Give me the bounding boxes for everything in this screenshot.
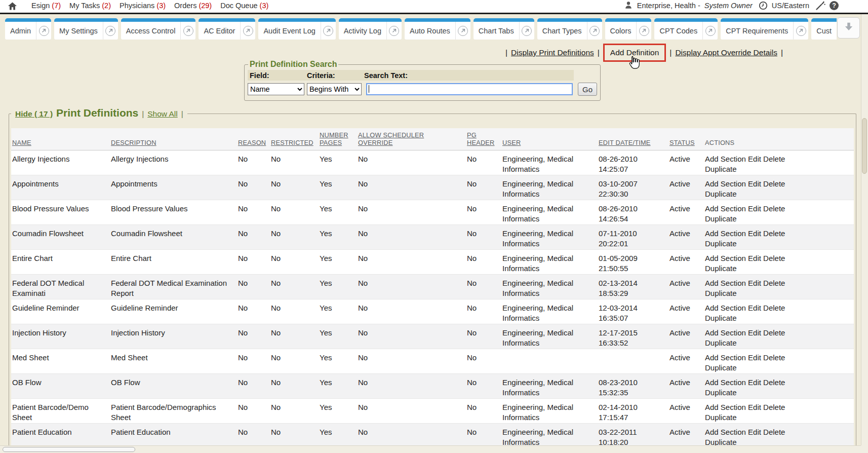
- column-header-edit-datetime[interactable]: EDIT DATE/TIME: [598, 128, 668, 150]
- open-in-new-icon[interactable]: [39, 26, 49, 36]
- action-edit-link[interactable]: Edit: [748, 254, 761, 262]
- action-edit-link[interactable]: Edit: [748, 328, 761, 337]
- action-add-section-link[interactable]: Add Section: [705, 279, 746, 287]
- action-edit-link[interactable]: Edit: [748, 204, 761, 213]
- action-delete-link[interactable]: Delete: [763, 279, 785, 287]
- topbar-nav-item-orders[interactable]: Orders (29): [174, 2, 212, 10]
- action-duplicate-link[interactable]: Duplicate: [705, 388, 737, 397]
- search-text-input[interactable]: [366, 83, 573, 95]
- tab-ac-editor[interactable]: AC Editor: [199, 18, 255, 40]
- action-add-section-link[interactable]: Add Section: [705, 428, 746, 436]
- action-duplicate-link[interactable]: Duplicate: [705, 190, 737, 198]
- action-delete-link[interactable]: Delete: [763, 229, 785, 238]
- column-header-description[interactable]: DESCRIPTION: [110, 128, 237, 150]
- display-appt-override-link[interactable]: Display Appt Override Details: [675, 48, 777, 57]
- action-add-section-link[interactable]: Add Section: [705, 155, 746, 163]
- tab-colors[interactable]: Colors: [605, 18, 652, 40]
- tab-cpt-requirements[interactable]: CPT Requirements: [721, 18, 808, 40]
- topbar-nav-item-doc-queue[interactable]: Doc Queue (3): [220, 2, 268, 10]
- column-header-restricted[interactable]: RESTRICTED: [270, 128, 319, 150]
- action-add-section-link[interactable]: Add Section: [705, 328, 746, 337]
- tab-access-control[interactable]: Access Control: [121, 18, 196, 40]
- open-in-new-icon[interactable]: [389, 26, 399, 36]
- topbar-nav-item-esign[interactable]: Esign (7): [31, 2, 61, 10]
- action-edit-link[interactable]: Edit: [748, 353, 761, 362]
- action-edit-link[interactable]: Edit: [748, 155, 761, 163]
- open-in-new-icon[interactable]: [183, 26, 193, 36]
- action-add-section-link[interactable]: Add Section: [705, 378, 746, 387]
- vertical-scrollbar-thumb[interactable]: [862, 118, 867, 174]
- action-add-section-link[interactable]: Add Section: [705, 403, 746, 411]
- action-add-section-link[interactable]: Add Section: [705, 229, 746, 238]
- column-header-allow-scheduler-override[interactable]: ALLOW SCHEDULEROVERRIDE: [357, 128, 466, 150]
- open-in-new-icon[interactable]: [796, 26, 806, 36]
- topbar-nav-item-physicians[interactable]: Physicians (3): [120, 2, 166, 10]
- action-delete-link[interactable]: Delete: [763, 254, 785, 262]
- action-add-section-link[interactable]: Add Section: [705, 179, 746, 188]
- tab-audit-event-log[interactable]: Audit Event Log: [258, 18, 335, 40]
- column-header-number-pages[interactable]: NUMBERPAGES: [319, 128, 357, 150]
- wand-icon[interactable]: [815, 1, 825, 11]
- open-in-new-icon[interactable]: [323, 26, 333, 36]
- horizontal-scrollbar-thumb[interactable]: [3, 447, 135, 452]
- action-edit-link[interactable]: Edit: [748, 179, 761, 188]
- action-delete-link[interactable]: Delete: [763, 428, 785, 436]
- go-button[interactable]: Go: [578, 83, 597, 96]
- action-edit-link[interactable]: Edit: [748, 378, 761, 387]
- action-delete-link[interactable]: Delete: [763, 304, 785, 312]
- topbar-nav-item-my-tasks[interactable]: My Tasks (2): [69, 2, 111, 10]
- action-duplicate-link[interactable]: Duplicate: [705, 239, 737, 248]
- tab-chart-tabs[interactable]: Chart Tabs: [474, 18, 534, 40]
- help-icon[interactable]: ?: [830, 1, 839, 10]
- column-header-name[interactable]: NAME: [11, 128, 110, 150]
- action-delete-link[interactable]: Delete: [763, 353, 785, 362]
- action-duplicate-link[interactable]: Duplicate: [705, 289, 737, 297]
- action-duplicate-link[interactable]: Duplicate: [705, 438, 737, 446]
- home-icon[interactable]: [7, 1, 18, 11]
- action-edit-link[interactable]: Edit: [748, 279, 761, 287]
- action-add-section-link[interactable]: Add Section: [705, 204, 746, 213]
- tab-overflow-button[interactable]: [837, 17, 860, 39]
- action-edit-link[interactable]: Edit: [748, 229, 761, 238]
- field-select[interactable]: Name: [248, 83, 304, 95]
- action-duplicate-link[interactable]: Duplicate: [705, 264, 737, 273]
- action-delete-link[interactable]: Delete: [763, 179, 785, 188]
- column-header-user[interactable]: USER: [501, 128, 598, 150]
- column-header-pg-header[interactable]: PGHEADER: [466, 128, 501, 150]
- tab-chart-types[interactable]: Chart Types: [537, 18, 602, 40]
- action-delete-link[interactable]: Delete: [763, 328, 785, 337]
- open-in-new-icon[interactable]: [458, 26, 468, 36]
- display-print-definitions-link[interactable]: Display Print Definitions: [511, 48, 594, 57]
- action-add-section-link[interactable]: Add Section: [705, 353, 746, 362]
- tab-admin[interactable]: Admin: [5, 18, 51, 40]
- open-in-new-icon[interactable]: [243, 26, 253, 36]
- column-header-status[interactable]: STATUS: [668, 128, 704, 150]
- action-delete-link[interactable]: Delete: [763, 378, 785, 387]
- hide-link[interactable]: Hide ( 17 ): [15, 109, 53, 119]
- criteria-select[interactable]: Begins With: [307, 83, 362, 95]
- action-duplicate-link[interactable]: Duplicate: [705, 214, 737, 223]
- open-in-new-icon[interactable]: [522, 26, 532, 36]
- tab-my-settings[interactable]: My Settings: [54, 18, 118, 40]
- action-duplicate-link[interactable]: Duplicate: [705, 338, 737, 347]
- action-edit-link[interactable]: Edit: [748, 428, 761, 436]
- action-edit-link[interactable]: Edit: [748, 304, 761, 312]
- action-delete-link[interactable]: Delete: [763, 403, 785, 411]
- action-add-section-link[interactable]: Add Section: [705, 254, 746, 262]
- action-delete-link[interactable]: Delete: [763, 155, 785, 163]
- action-duplicate-link[interactable]: Duplicate: [705, 413, 737, 422]
- tab-auto-routes[interactable]: Auto Routes: [405, 18, 470, 40]
- show-all-link[interactable]: Show All: [147, 109, 177, 119]
- column-header-reason[interactable]: REASON: [237, 128, 270, 150]
- add-definition-link[interactable]: Add Definition: [603, 44, 666, 62]
- action-duplicate-link[interactable]: Duplicate: [705, 314, 737, 322]
- action-delete-link[interactable]: Delete: [763, 204, 785, 213]
- vertical-scrollbar[interactable]: [861, 14, 868, 453]
- open-in-new-icon[interactable]: [639, 26, 649, 36]
- open-in-new-icon[interactable]: [705, 26, 716, 36]
- tab-activity-log[interactable]: Activity Log: [339, 18, 402, 40]
- action-add-section-link[interactable]: Add Section: [705, 304, 746, 312]
- open-in-new-icon[interactable]: [589, 26, 600, 36]
- action-duplicate-link[interactable]: Duplicate: [705, 363, 737, 372]
- action-edit-link[interactable]: Edit: [748, 403, 761, 411]
